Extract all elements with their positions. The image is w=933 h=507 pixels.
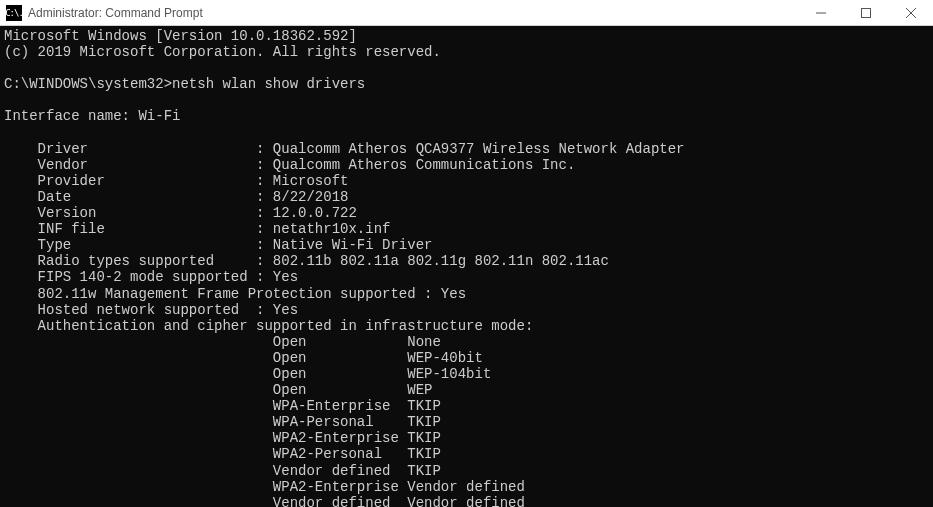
close-button[interactable] [888,0,933,25]
minimize-button[interactable] [798,0,843,25]
maximize-button[interactable] [843,0,888,25]
window-title: Administrator: Command Prompt [28,6,798,20]
terminal-output[interactable]: Microsoft Windows [Version 10.0.18362.59… [0,26,933,507]
svg-rect-1 [861,8,870,17]
cmd-icon: C:\. [6,5,22,21]
window-titlebar[interactable]: C:\. Administrator: Command Prompt [0,0,933,26]
window-controls [798,0,933,25]
